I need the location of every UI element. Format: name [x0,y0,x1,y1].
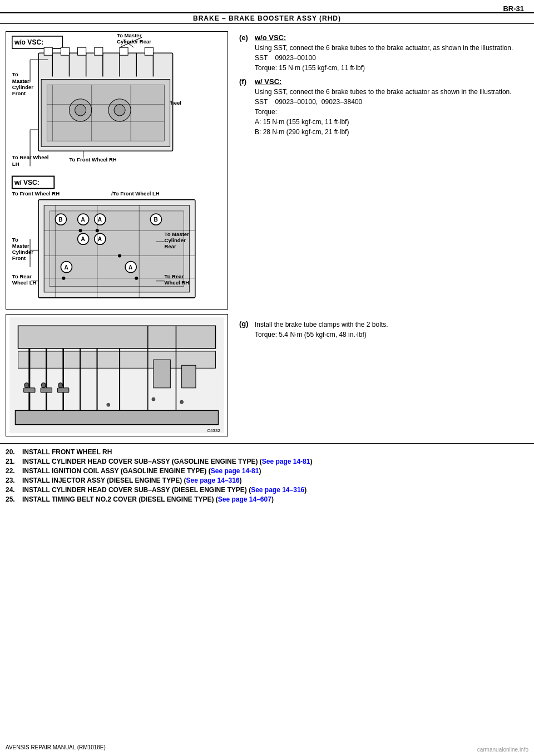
step-25: 25. INSTALL TIMING BELT NO.2 COVER (DIES… [6,495,528,503]
step-23-number: 23. [6,477,22,484]
step-24-number: 24. [6,486,22,494]
svg-point-100 [135,277,138,280]
svg-point-97 [79,229,82,232]
svg-text:w/o VSC:: w/o VSC: [14,38,43,46]
svg-text:C4332: C4332 [207,428,220,433]
steps-section: 20. INSTALL FRONT WHEEL RH 21. INSTALL C… [0,443,534,509]
svg-point-46 [114,105,125,116]
step-24-link[interactable]: See page 14–316 [251,486,304,494]
svg-text:A: A [81,236,85,242]
svg-rect-11 [44,47,52,55]
instruction-letter-e: (e) [239,33,255,73]
svg-text:A: A [128,264,132,271]
step-21-number: 21. [6,458,22,465]
svg-text:w/ VSC:: w/ VSC: [14,179,39,186]
svg-text:Cylinder: Cylinder [12,84,33,90]
svg-rect-104 [18,326,216,348]
step-20-number: 20. [6,448,22,456]
svg-point-98 [96,229,99,232]
instruction-title-f: w/ VSC: [255,77,528,86]
step-25-text: INSTALL TIMING BELT NO.2 COVER (DIESEL E… [22,495,274,503]
step-21: 21. INSTALL CYLINDER HEAD COVER SUB–ASSY… [6,458,528,465]
svg-text:To Rear Wheel: To Rear Wheel [12,154,49,160]
svg-text:Front: Front [12,255,26,261]
page-number: BR-31 [503,4,524,13]
svg-point-125 [107,403,110,406]
svg-text:A: A [98,217,102,223]
svg-text:To: To [12,71,18,77]
svg-point-116 [41,383,46,387]
instruction-letter-f: (f) [239,77,255,137]
svg-text:LH: LH [12,161,19,167]
svg-text:To Front Wheel RH: To Front Wheel RH [12,190,60,197]
svg-text:Wheel RH: Wheel RH [165,279,190,286]
instruction-e: (e) w/o VSC: Using SST, connect the 6 br… [239,33,528,73]
main-content: w/o VSC: [0,27,534,756]
step-20-text: INSTALL FRONT WHEEL RH [22,448,112,456]
svg-text:A: A [98,236,102,242]
bottom-diagram-column: C4332 [6,314,228,441]
step-22-link[interactable]: See page 14-81 [211,467,259,475]
instruction-g-column: (g) Install the brake tube clamps with t… [228,314,528,441]
step-21-link[interactable]: See page 14-81 [262,458,310,465]
instruction-body-e: w/o VSC: Using SST, connect the 6 brake … [255,33,528,73]
top-diagram-box: w/o VSC: [6,31,228,310]
svg-text:To Rear: To Rear [165,273,184,279]
svg-rect-114 [58,388,69,392]
svg-text:Front: Front [12,90,26,96]
svg-text:Master: Master [12,78,29,84]
svg-rect-113 [41,388,52,392]
svg-text:To Master: To Master [165,231,190,237]
step-25-link[interactable]: See page 14–607 [218,495,271,503]
instruction-title-e: w/o VSC: [255,33,528,42]
watermark: carmanualonline.info [477,747,528,753]
instruction-text-e: Using SST, connect the 6 brake tubes to … [255,43,528,73]
top-section: w/o VSC: [0,27,534,314]
step-20: 20. INSTALL FRONT WHEEL RH [6,448,528,456]
svg-text:A: A [64,264,68,271]
svg-point-101 [62,277,65,280]
instruction-f: (f) w/ VSC: Using SST, connect the 6 bra… [239,77,528,137]
svg-rect-121 [154,360,170,388]
svg-rect-16 [145,47,153,55]
svg-point-115 [24,383,29,387]
svg-text:To Master: To Master [117,32,142,38]
svg-point-117 [58,383,63,387]
svg-text:To: To [12,237,18,243]
step-25-number: 25. [6,495,22,503]
instruction-body-g: Install the brake tube clamps with the 2… [255,320,528,340]
svg-point-99 [118,254,121,257]
svg-text:To Front Wheel RH: To Front Wheel RH [69,156,116,163]
middle-section: C4332 (g) Install the brake tube clamps … [0,314,534,441]
svg-rect-58 [50,211,184,287]
svg-point-123 [152,397,155,401]
svg-text:Wheel LH: Wheel LH [12,279,37,286]
svg-text:Cylinder Rear: Cylinder Rear [117,38,151,45]
step-23-link[interactable]: See page 14–316 [186,477,240,484]
svg-text:B: B [58,217,62,223]
step-24: 24. INSTALL CYLINDER HEAD COVER SUB–ASSY… [6,486,528,494]
instruction-body-f: w/ VSC: Using SST, connect the 6 brake t… [255,77,528,137]
svg-text:Cylinder: Cylinder [165,237,186,243]
footer: AVENSIS REPAIR MANUAL (RM1018E) [6,744,106,750]
svg-text:B: B [154,217,157,223]
instruction-text-f: Using SST, connect the 6 brake tubes to … [255,87,528,137]
svg-text:To Rear: To Rear [12,273,32,279]
svg-point-124 [180,400,184,404]
svg-text:Master: Master [12,243,29,249]
svg-rect-14 [95,47,103,55]
instruction-g: (g) Install the brake tube clamps with t… [239,320,528,340]
svg-text:A: A [81,217,85,223]
step-22-number: 22. [6,467,22,475]
step-24-text: INSTALL CYLINDER HEAD COVER SUB–ASSY (DI… [22,486,306,494]
svg-rect-13 [78,47,86,55]
step-21-text: INSTALL CYLINDER HEAD COVER SUB–ASSY (GA… [22,458,312,465]
svg-rect-122 [182,365,196,388]
svg-text:Rear: Rear [165,243,177,249]
svg-point-44 [75,105,86,116]
svg-text:/To Front Wheel LH: /To Front Wheel LH [111,190,160,197]
step-22-text: INSTALL IGNITION COIL ASSY (GASOLINE ENG… [22,467,261,475]
svg-rect-12 [61,47,69,55]
svg-rect-112 [24,388,35,392]
instruction-text-g: Install the brake tube clamps with the 2… [255,320,528,340]
